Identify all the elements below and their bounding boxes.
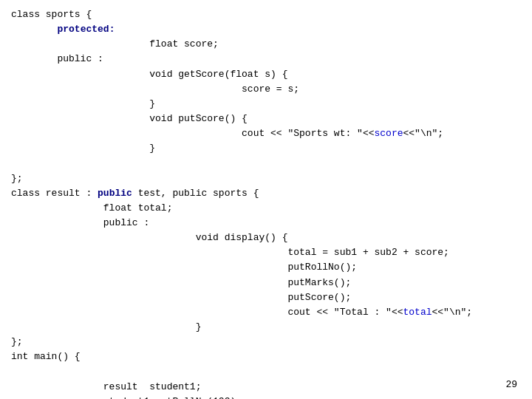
code-line: total = sub1 + sub2 + score; (11, 245, 521, 260)
code-line: float total; (11, 201, 521, 216)
code-line: void putScore() { (11, 112, 521, 126)
code-line: class result : public test, public sport… (11, 186, 521, 201)
code-line: } (11, 97, 521, 112)
code-line: } (11, 320, 521, 335)
code-line: score = s; (11, 82, 521, 97)
code-line: void getScore(float s) { (11, 67, 521, 82)
code-line: }; (11, 171, 521, 186)
code-line (11, 364, 521, 379)
code-line: putScore(); (11, 290, 521, 305)
code-line: int main() { (11, 349, 521, 364)
code-line: putMarks(); (11, 276, 521, 290)
code-line: cout << "Total : "<<total<<"\n"; (11, 305, 521, 320)
code-line: student1.getRollNo(123); (11, 395, 521, 399)
code-display: class sports { protected: float score; p… (11, 7, 521, 399)
code-line: protected: (11, 22, 521, 37)
code-line: class sports { (11, 7, 521, 22)
code-line: result student1; (11, 380, 521, 395)
code-line: } (11, 141, 521, 156)
code-line: cout << "Sports wt: "<<score<<"\n"; (11, 126, 521, 141)
code-line: float score; (11, 37, 521, 52)
code-line: }; (11, 335, 521, 349)
page-number: 29 (505, 379, 517, 390)
code-line: void display() { (11, 231, 521, 245)
code-line (11, 156, 521, 171)
code-line: putRollNo(); (11, 260, 521, 275)
code-line: public : (11, 52, 521, 66)
code-line: public : (11, 216, 521, 231)
